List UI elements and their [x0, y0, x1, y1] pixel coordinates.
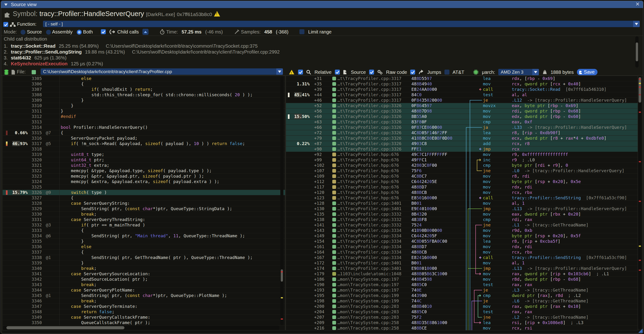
- asm-row[interactable]: +174…t\TracyProfiler.cpp:3401E9B8010000j…: [286, 266, 638, 271]
- source-line[interactable]: 3331 case ServerQueryThreadString:: [2, 217, 285, 222]
- source-hscrollbar[interactable]: [3, 326, 279, 330]
- source-line[interactable]: 3321 uint32_t extra;: [2, 163, 285, 168]
- source-vscrollbar[interactable]: [280, 76, 284, 325]
- resize-grip[interactable]: [638, 329, 642, 333]
- source-line[interactable]: 3337 {: [2, 250, 285, 255]
- source-line[interactable]: 3347 case ServerQueryTerminate:: [2, 304, 285, 309]
- collapse-distribution-button[interactable]: [142, 29, 148, 35]
- source-line[interactable]: 46.93%3317@5 if( !m_sock->Read( &payload…: [2, 141, 285, 147]
- source-line[interactable]: 3313: [2, 119, 285, 125]
- mode-radio-both[interactable]: [77, 30, 82, 35]
- asm-row[interactable]: +135…t\TracyProfiler.cpp:33328B4320movea…: [286, 212, 638, 217]
- pane-divider[interactable]: [285, 76, 285, 330]
- asm-row[interactable]: +200…mon\TracySystem.cpp:203488B4010movr…: [286, 304, 638, 309]
- collapse-arrow-icon[interactable]: [4, 3, 8, 6]
- relative-checkbox[interactable]: [298, 70, 303, 75]
- source-line[interactable]: 3344 case ServerQueryPlotName:: [2, 288, 285, 293]
- asm-row[interactable]: +99…t\TracyProfiler.hpp:67649FFC1incr9 ;…: [286, 157, 638, 163]
- source-line[interactable]: 3334@6 SendString( ptr, "Main thread", 1…: [2, 233, 285, 239]
- asm-row[interactable]: +120…t\TracyProfiler.hpp:676488BCBmovrcx…: [286, 190, 638, 195]
- asm-row[interactable]: +164…t\TracyProfiler.cpp:3334488BCBmovrc…: [286, 250, 638, 255]
- file-combo-arrow-icon[interactable]: [276, 68, 283, 75]
- close-icon[interactable]: ✕: [636, 1, 640, 7]
- child-calls-scroll-thumb[interactable]: [636, 42, 638, 61]
- source-line[interactable]: 3348 return false;: [2, 309, 285, 315]
- source-line[interactable]: 3308 std::this_thread::sleep_for( std::c…: [2, 92, 285, 98]
- att-checkbox[interactable]: [444, 70, 450, 75]
- asm-row[interactable]: +63…t\TracyProfiler.cpp:332683F80Fcmpeax…: [286, 119, 638, 125]
- source-line[interactable]: 3343 break;: [2, 282, 285, 288]
- child-calls-scrollbar[interactable]: [635, 36, 638, 67]
- asm-row[interactable]: +130…t\TracyProfiler.cpp:3401E9E4010000j…: [286, 206, 638, 212]
- source-line[interactable]: 3324 memcpy( &extra, &payload.extra, siz…: [2, 179, 285, 184]
- source-line[interactable]: 3333 {: [2, 228, 285, 233]
- asm-row[interactable]: +154…t\TracyProfiler.cpp:33344C8D055FBA0…: [286, 239, 638, 244]
- asm-row[interactable]: 0.22%+87…t\TracyProfiler.cpp:33264903C8a…: [286, 141, 638, 147]
- source-line[interactable]: 3340 break;: [2, 266, 285, 271]
- asm-row[interactable]: +39…t\TracyProfiler.cpp:3317E824AA0000ca…: [286, 87, 638, 92]
- source-line[interactable]: 3305 else: [2, 76, 285, 81]
- source-line[interactable]: 3329 SendString( ptr, (const char*)ptr, …: [2, 206, 285, 212]
- asm-row[interactable]: +128…t\TracyProfiler.cpp:3401B001moval, …: [286, 201, 638, 206]
- source-line[interactable]: 3318: [2, 147, 285, 152]
- child-call-entry[interactable]: 4.KeSynchronizeExecution125 μs (0.27%): [4, 61, 103, 66]
- asm-row[interactable]: +92…t\TracyProfiler.hpp:67649C7C1FFFFFFF…: [286, 152, 638, 157]
- asm-row[interactable]: +141…t\TracyProfiler.cpp:33327524jne.L1 …: [286, 222, 638, 228]
- source-line[interactable]: 3325: [2, 184, 285, 190]
- source-checkbox[interactable]: [335, 70, 340, 75]
- source-line[interactable]: 3306 {: [2, 81, 285, 87]
- asm-row[interactable]: +109…t\TracyProfiler.hpp:6764C8BC7movr8,…: [286, 173, 638, 179]
- function-combo[interactable]: [ - self - ]: [43, 21, 640, 27]
- source-line[interactable]: 3327 {: [2, 195, 285, 201]
- asm-row[interactable]: +66…t\TracyProfiler.cpp:33260F87CE060000…: [286, 125, 638, 130]
- asm-row[interactable]: +149…t\TracyProfiler.cpp:3334C64424205Fm…: [286, 233, 638, 239]
- child-calls-checkbox[interactable]: [101, 29, 106, 34]
- limit-range-checkbox[interactable]: [300, 29, 304, 34]
- asm-row[interactable]: +52…t\TracyProfiler.cpp:33260FB64597movz…: [286, 103, 638, 109]
- source-line[interactable]: 3316 ServerQueryPacket payload;: [2, 136, 285, 141]
- source-line[interactable]: 3322 memcpy( &type, &payload.type, sizeo…: [2, 168, 285, 173]
- source-line[interactable]: 3346 break;: [2, 298, 285, 304]
- source-line[interactable]: 0.66%3315@7{: [2, 130, 285, 136]
- asm-row[interactable]: 45.41%+44…t\TracyProfiler.cpp:331784C0te…: [286, 92, 638, 98]
- asm-row[interactable]: +72…t\TracyProfiler.cpp:33264C8D05F146F2…: [286, 130, 638, 136]
- source-line[interactable]: 3330 break;: [2, 212, 285, 217]
- assembly-vscrollbar[interactable]: [638, 76, 642, 330]
- mode-radio-assembly[interactable]: [46, 30, 51, 35]
- asm-row[interactable]: +167…t\TracyProfiler.cpp:3334E824160000c…: [286, 255, 638, 260]
- uarch-combo[interactable]: AMD Zen 3: [498, 69, 539, 75]
- source-line[interactable]: 15.79%3326@9 switch( type ): [2, 190, 285, 195]
- asm-row[interactable]: +56…t\TracyProfiler.cpp:3326488B7D98movr…: [286, 109, 638, 114]
- asm-row[interactable]: +204…mon\TracySystem.cpp:2034885C0testra…: [286, 309, 638, 315]
- file-combo[interactable]: C:\Users\wolf\Desktop\darkrl\contrib\tra…: [40, 68, 283, 75]
- source-line[interactable]: 3323 memcpy( &ptr, &payload.ptr, sizeof(…: [2, 173, 285, 179]
- asm-row[interactable]: +79…t\TracyProfiler.cpp:3326418B8C80E0BF…: [286, 136, 638, 141]
- asm-row[interactable]: +102…t\TracyProfiler.hpp:67642803C0F00cm…: [286, 163, 638, 168]
- source-line[interactable]: 3314bool Profiler::HandleServerQuery(): [2, 125, 285, 130]
- source-line[interactable]: 3309 }: [2, 98, 285, 103]
- asm-row[interactable]: +117…t\TracyProfiler.hpp:676488BD7movrdx…: [286, 184, 638, 190]
- source-line[interactable]: 3349 case ServerQueryCallstackFrame:: [2, 315, 285, 320]
- save-button[interactable]: Save: [577, 69, 598, 75]
- source-line[interactable]: 3319 uint8_t type;: [2, 152, 285, 157]
- function-checkbox[interactable]: [3, 22, 8, 27]
- source-line[interactable]: 3328 case ServerQueryString:: [2, 201, 285, 206]
- source-line[interactable]: 3336 else: [2, 244, 285, 250]
- asm-row[interactable]: +186…mon\TracySystem.cpp:197448B4598movr…: [286, 277, 638, 282]
- source-line[interactable]: 3335 }: [2, 239, 285, 244]
- asm-row[interactable]: +209…mon\TracySystem.cpp:258488D35E88610…: [286, 320, 638, 326]
- mode-radio-source[interactable]: [20, 30, 26, 35]
- source-line[interactable]: 3342 SendSourceLocation( ptr );: [2, 277, 285, 282]
- child-call-entry[interactable]: 1.tracy::Socket::Read25.25 ms (54.89%)C:…: [4, 43, 258, 49]
- asm-row[interactable]: +107…t\TracyProfiler.hpp:67675F6jne.L0 -…: [286, 168, 638, 173]
- asm-row[interactable]: +198…mon\TracySystem.cpp:199744Cje.L6 ->…: [286, 298, 638, 304]
- source-line[interactable]: 3338@1 SendString( ptr, GetThreadName( p…: [2, 255, 285, 260]
- asm-row[interactable]: +31…t\TracyProfiler.cpp:3317488D5597lear…: [286, 76, 638, 81]
- asm-row[interactable]: +179…1103\include\atomic:1048488B05B63C1…: [286, 271, 638, 277]
- source-line[interactable]: 3341 case ServerQuerySourceLocation:: [2, 271, 285, 277]
- source-line[interactable]: 3307 if( shouldExit ) return;: [2, 87, 285, 92]
- asm-row[interactable]: +161…t\TracyProfiler.cpp:3334488BD7movrd…: [286, 244, 638, 250]
- child-call-entry[interactable]: 3.stat64i32625 μs (1.36%): [4, 55, 66, 61]
- assembly-scroll-thumb[interactable]: [638, 77, 641, 103]
- source-pane[interactable]: 3305 else3306 {3307 if( shouldExit ) ret…: [2, 76, 285, 331]
